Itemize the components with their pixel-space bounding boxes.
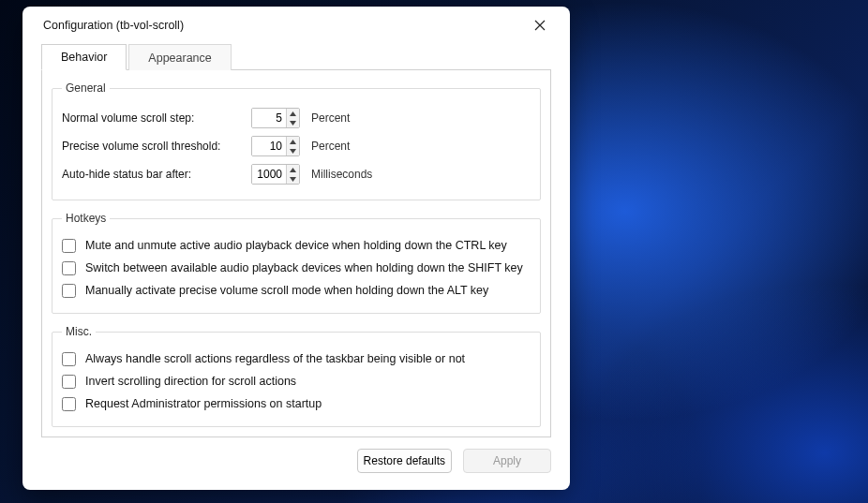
- row-autohide: Auto-hide status bar after: Milliseconds: [62, 160, 531, 188]
- autohide-unit: Milliseconds: [311, 168, 372, 181]
- checkbox-precise-alt-label: Manually activate precise volume scroll …: [85, 284, 488, 297]
- window-title: Configuration (tb-vol-scroll): [43, 19, 184, 32]
- autohide-spinner: [251, 164, 300, 185]
- checkbox-invert-label: Invert scrolling direction for scroll ac…: [85, 375, 296, 388]
- checkbox-always-handle[interactable]: Always handle scroll actions regardless …: [62, 348, 531, 370]
- config-window: Configuration (tb-vol-scroll) Behavior A…: [22, 7, 570, 490]
- row-normal-step: Normal volume scroll step: Percent: [62, 104, 531, 132]
- checkbox-admin-input[interactable]: [62, 397, 76, 411]
- checkbox-mute-ctrl[interactable]: Mute and unmute active audio playback de…: [62, 234, 531, 257]
- autohide-label: Auto-hide status bar after:: [62, 168, 240, 181]
- restore-defaults-button[interactable]: Restore defaults: [357, 449, 452, 473]
- group-general: General Normal volume scroll step: Perce…: [52, 81, 541, 200]
- checkbox-always-handle-label: Always handle scroll actions regardless …: [85, 352, 465, 365]
- autohide-up[interactable]: [287, 165, 299, 174]
- group-general-legend: General: [62, 81, 110, 95]
- precise-threshold-unit: Percent: [311, 140, 350, 153]
- autohide-down[interactable]: [287, 174, 299, 184]
- checkbox-switch-shift-input[interactable]: [62, 261, 76, 275]
- precise-threshold-input[interactable]: [252, 137, 286, 155]
- chevron-up-icon: [290, 168, 296, 172]
- client-area: Behavior Appearance General Normal volum…: [22, 44, 570, 490]
- tab-appearance-label: Appearance: [148, 52, 211, 65]
- chevron-up-icon: [290, 140, 296, 144]
- precise-threshold-down[interactable]: [287, 146, 299, 155]
- checkbox-admin[interactable]: Request Administrator permissions on sta…: [62, 392, 531, 415]
- normal-step-spin-buttons: [286, 109, 299, 127]
- checkbox-mute-ctrl-label: Mute and unmute active audio playback de…: [85, 239, 507, 252]
- checkbox-switch-shift[interactable]: Switch between available audio playback …: [62, 257, 531, 279]
- checkbox-invert[interactable]: Invert scrolling direction for scroll ac…: [62, 370, 531, 392]
- close-button[interactable]: [523, 12, 557, 38]
- group-misc: Misc. Always handle scroll actions regar…: [52, 325, 541, 427]
- chevron-up-icon: [290, 111, 296, 116]
- checkbox-precise-alt-input[interactable]: [62, 284, 76, 298]
- tab-behavior[interactable]: Behavior: [41, 44, 127, 70]
- tab-panel-behavior: General Normal volume scroll step: Perce…: [41, 69, 551, 437]
- normal-step-up[interactable]: [287, 109, 299, 118]
- checkbox-precise-alt[interactable]: Manually activate precise volume scroll …: [62, 279, 531, 302]
- tab-behavior-label: Behavior: [61, 51, 107, 64]
- precise-threshold-spin-buttons: [286, 137, 299, 155]
- titlebar: Configuration (tb-vol-scroll): [22, 7, 570, 44]
- normal-step-spinner: [251, 108, 300, 128]
- chevron-down-icon: [290, 177, 296, 182]
- footer-buttons: Restore defaults Apply: [41, 449, 551, 473]
- autohide-input[interactable]: [252, 165, 286, 184]
- normal-step-label: Normal volume scroll step:: [62, 111, 240, 125]
- normal-step-unit: Percent: [311, 111, 350, 125]
- precise-threshold-label: Precise volume scroll threshold:: [62, 140, 240, 153]
- tab-strip: Behavior Appearance: [41, 44, 551, 70]
- autohide-spin-buttons: [286, 165, 299, 184]
- desktop-background: Configuration (tb-vol-scroll) Behavior A…: [0, 0, 868, 503]
- normal-step-input[interactable]: [252, 109, 286, 127]
- checkbox-switch-shift-label: Switch between available audio playback …: [85, 261, 523, 274]
- precise-threshold-up[interactable]: [287, 137, 299, 146]
- tab-appearance[interactable]: Appearance: [128, 44, 231, 70]
- precise-threshold-spinner: [251, 136, 300, 156]
- normal-step-down[interactable]: [287, 118, 299, 127]
- chevron-down-icon: [290, 149, 296, 154]
- row-precise-threshold: Precise volume scroll threshold: Percent: [62, 132, 531, 160]
- checkbox-always-handle-input[interactable]: [62, 352, 76, 366]
- apply-button[interactable]: Apply: [463, 449, 551, 473]
- close-icon: [534, 20, 546, 31]
- checkbox-invert-input[interactable]: [62, 375, 76, 389]
- group-hotkeys-legend: Hotkeys: [62, 212, 110, 225]
- group-hotkeys: Hotkeys Mute and unmute active audio pla…: [52, 212, 541, 314]
- checkbox-admin-label: Request Administrator permissions on sta…: [85, 397, 322, 410]
- checkbox-mute-ctrl-input[interactable]: [62, 239, 76, 253]
- group-misc-legend: Misc.: [62, 325, 96, 338]
- chevron-down-icon: [290, 121, 296, 126]
